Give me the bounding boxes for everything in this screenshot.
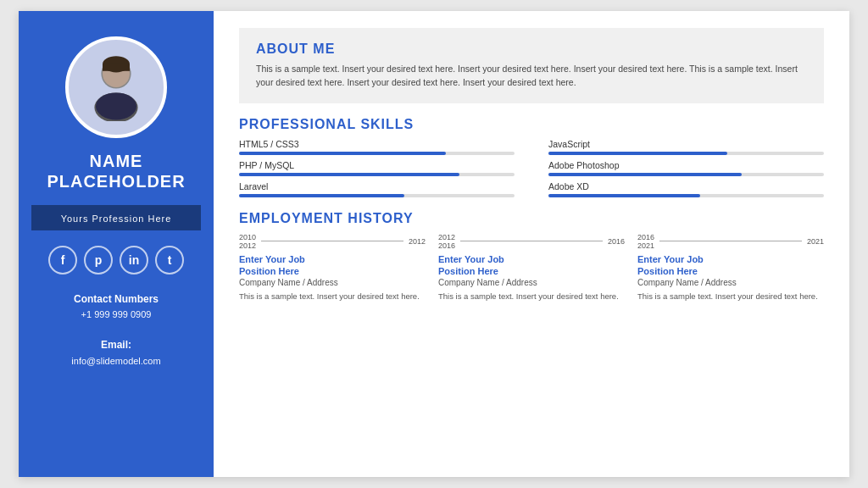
skill-label: PHP / MySQL [239,160,515,170]
date-range-row: 20162021 2021 [637,233,824,250]
skill-bar-bg [548,194,824,197]
skill-label: Laravel [239,181,515,191]
job-company: Company Name / Address [239,278,426,287]
job-column: 20162021 2021 Enter Your JobPosition Her… [637,233,824,302]
job-desc: This is a sample text. Insert your desir… [239,291,426,302]
job-title: Enter Your JobPosition Here [438,253,625,279]
skill-bar-bg [548,152,824,155]
svg-rect-4 [103,64,130,71]
date-line [659,241,802,241]
date-line [261,241,403,241]
date-start: 20122016 [438,233,455,250]
skill-bar-fill [239,194,404,197]
contact-number: +1 999 999 0909 [71,308,160,323]
skill-bar-bg [239,194,515,197]
contact-block: Contact Numbers +1 999 999 0909 Email: i… [71,291,160,369]
profession-text: Yours Profession Here [61,214,172,224]
resume-container: NAME PLACEHOLDER Yours Profession Here f… [19,11,849,477]
avatar [65,36,167,138]
date-end: 2021 [807,237,824,246]
skill-label: HTML5 / CSS3 [239,139,515,149]
facebook-icon[interactable]: f [48,246,77,274]
date-range-row: 20102012 2012 [239,233,426,250]
skill-item: Adobe Photoshop [548,160,824,176]
employment-section: EMPLOYMENT HISTORY 20102012 2012 Enter Y… [239,211,824,460]
skill-label: Adobe XD [548,181,824,191]
date-range-row: 20122016 2016 [438,233,625,250]
twitter-icon[interactable]: t [155,246,184,274]
skill-bar-fill [548,152,727,155]
employment-title: EMPLOYMENT HISTORY [239,211,824,226]
date-start: 20102012 [239,233,256,250]
skill-item: Adobe XD [548,181,824,197]
job-title: Enter Your JobPosition Here [239,253,426,279]
svg-point-5 [96,92,136,119]
skill-bar-bg [239,173,515,176]
name-block: NAME PLACEHOLDER [47,151,185,191]
sidebar: NAME PLACEHOLDER Yours Profession Here f… [19,11,214,477]
date-line [460,241,603,241]
main-content: ABOUT ME This is a sample text. Insert y… [214,11,849,477]
job-company: Company Name / Address [637,278,824,287]
skills-grid: HTML5 / CSS3 JavaScript PHP / MySQL Adob… [239,139,824,197]
skill-bar-fill [548,173,742,176]
email-value: info@slidemodel.com [71,354,160,369]
job-column: 20102012 2012 Enter Your JobPosition Her… [239,233,426,302]
linkedin-icon[interactable]: in [120,246,148,274]
about-title: ABOUT ME [256,42,807,57]
job-company: Company Name / Address [438,278,625,287]
skills-title: PROFESSIONAL SKILLS [239,117,824,132]
skill-bar-fill [239,173,459,176]
date-start: 20162021 [637,233,654,250]
job-title: Enter Your JobPosition Here [637,253,824,279]
skill-item: HTML5 / CSS3 [239,139,515,155]
skill-item: Laravel [239,181,515,197]
contact-label: Contact Numbers [71,291,160,308]
employment-grid: 20102012 2012 Enter Your JobPosition Her… [239,233,824,302]
skill-bar-fill [548,194,700,197]
job-column: 20122016 2016 Enter Your JobPosition Her… [438,233,625,302]
job-desc: This is a sample text. Insert your desir… [637,291,824,302]
job-desc: This is a sample text. Insert your desir… [438,291,625,302]
name-text: NAME PLACEHOLDER [47,151,185,191]
skill-bar-fill [239,152,446,155]
skill-label: Adobe Photoshop [548,160,824,170]
skill-bar-bg [239,152,515,155]
skills-section: PROFESSIONAL SKILLS HTML5 / CSS3 JavaScr… [239,117,824,197]
about-section: ABOUT ME This is a sample text. Insert y… [239,28,824,103]
about-text: This is a sample text. Insert your desir… [256,62,807,90]
skill-bar-bg [548,173,824,176]
skill-label: JavaScript [548,139,824,149]
date-end: 2016 [608,237,625,246]
social-icons: f p in t [48,246,184,274]
skill-item: JavaScript [548,139,824,155]
skill-item: PHP / MySQL [239,160,515,176]
date-end: 2012 [409,237,426,246]
pinterest-icon[interactable]: p [84,246,113,274]
profession-bar: Yours Profession Here [31,205,201,230]
email-label: Email: [71,337,160,353]
